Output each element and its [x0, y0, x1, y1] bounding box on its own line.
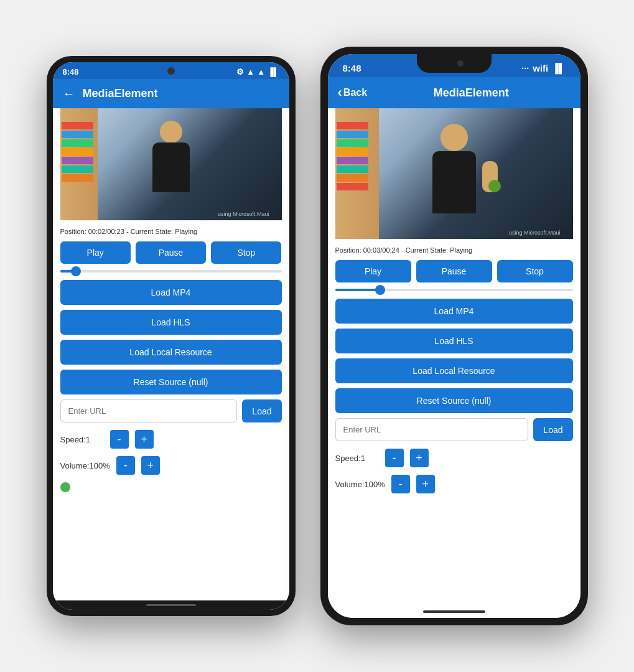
- ios-speed-plus-button[interactable]: +: [410, 449, 429, 467]
- ios-speed-minus-button[interactable]: -: [385, 449, 404, 467]
- android-indicator-dot: [60, 482, 70, 492]
- android-wifi-icon: ▲: [257, 67, 265, 77]
- android-status-icons: ⚙ ▲ ▲ ▐▌: [236, 67, 279, 77]
- android-progress-slider[interactable]: [60, 270, 282, 273]
- android-volume-minus-button[interactable]: -: [116, 456, 135, 475]
- android-signal-icon: ▲: [246, 67, 254, 77]
- ios-app-content: using Microsoft.Maui Position: 00:03/00:…: [328, 108, 580, 605]
- ios-ellipsis-icon: ···: [521, 63, 529, 73]
- android-speed-row: Speed:1 - +: [60, 430, 282, 449]
- ios-video-player: using Microsoft.Maui: [335, 108, 573, 239]
- ios-time: 8:48: [343, 63, 361, 73]
- ios-url-row: Load: [335, 418, 573, 441]
- ios-load-mp4-button[interactable]: Load MP4: [335, 299, 573, 324]
- ios-progress-slider[interactable]: [335, 289, 573, 291]
- ios-slider-thumb[interactable]: [375, 285, 385, 295]
- android-books: [60, 121, 95, 183]
- ios-device: 8:48 ··· wifi ▐▌ ‹ Back MediaElement: [320, 47, 588, 625]
- ios-battery-icon: ▐▌: [552, 63, 565, 73]
- android-video-player: using Microsoft.Maui: [60, 108, 282, 220]
- ios-reset-source-button[interactable]: Reset Source (null): [335, 388, 573, 413]
- ios-url-input[interactable]: [335, 418, 529, 441]
- android-speed-plus-button[interactable]: +: [135, 430, 154, 449]
- ios-load-local-button[interactable]: Load Local Resource: [335, 358, 573, 383]
- android-time: 8:48: [63, 67, 79, 77]
- ios-video-watermark: using Microsoft.Maui: [509, 230, 561, 236]
- ios-volume-minus-button[interactable]: -: [391, 475, 410, 493]
- page-container: 8:48 ⚙ ▲ ▲ ▐▌ ← MediaElement: [22, 22, 613, 650]
- ios-back-chevron: ‹: [338, 85, 342, 101]
- ios-controls-row: Play Pause Stop: [335, 260, 573, 282]
- ios-app-title: MediaElement: [372, 86, 570, 100]
- android-load-hls-button[interactable]: Load HLS: [60, 310, 282, 335]
- ios-volume-row: Volume:100% - +: [335, 475, 573, 493]
- android-app-title: MediaElement: [83, 87, 158, 100]
- ios-pause-button[interactable]: Pause: [416, 260, 492, 282]
- ios-stop-button[interactable]: Stop: [497, 260, 573, 282]
- android-speed-minus-button[interactable]: -: [110, 430, 129, 449]
- android-load-local-button[interactable]: Load Local Resource: [60, 340, 282, 365]
- android-volume-label: Volume:100%: [60, 461, 110, 470]
- android-battery-icon: ▐▌: [268, 67, 279, 77]
- ios-video-bookshelf: [335, 108, 379, 239]
- ios-wifi-icon: wifi: [533, 63, 548, 73]
- ios-load-hls-button[interactable]: Load HLS: [335, 329, 573, 353]
- ios-status-icons: ··· wifi ▐▌: [521, 63, 566, 73]
- ios-video-person-head: [441, 124, 468, 151]
- android-app-content: using Microsoft.Maui Position: 00:02/00:…: [53, 108, 289, 600]
- android-settings-icon: ⚙: [236, 67, 244, 77]
- android-device: 8:48 ⚙ ▲ ▲ ▐▌ ← MediaElement: [47, 56, 296, 616]
- ios-position-text: Position: 00:03/00:24 - Current State: P…: [335, 244, 573, 254]
- android-stop-button[interactable]: Stop: [211, 241, 281, 264]
- ios-app-header: ‹ Back MediaElement: [328, 77, 580, 108]
- android-app-header: ← MediaElement: [53, 79, 289, 108]
- ios-volume-plus-button[interactable]: +: [416, 475, 435, 493]
- android-url-row: Load: [60, 399, 282, 422]
- android-screen: 8:48 ⚙ ▲ ▲ ▐▌ ← MediaElement: [53, 62, 289, 610]
- ios-notch: [417, 54, 492, 73]
- android-position-text: Position: 00:02/00:23 - Current State: P…: [60, 225, 282, 235]
- ios-home-bar: [423, 610, 485, 613]
- android-video-bookshelf: [60, 108, 98, 220]
- android-url-input[interactable]: [60, 399, 238, 422]
- android-back-button[interactable]: ←: [63, 86, 75, 101]
- android-video-person-head: [160, 121, 182, 143]
- android-video-person-body: [152, 142, 190, 192]
- ios-play-button[interactable]: Play: [335, 260, 411, 282]
- android-volume-plus-button[interactable]: +: [141, 456, 160, 475]
- android-video-watermark: using Microsoft.Maui: [218, 211, 269, 217]
- android-home-bar-container: [53, 600, 289, 610]
- android-controls-row: Play Pause Stop: [60, 241, 282, 264]
- android-reset-source-button[interactable]: Reset Source (null): [60, 370, 282, 394]
- android-volume-row: Volume:100% - +: [60, 456, 282, 475]
- ios-video-person-body: [432, 151, 476, 213]
- ios-speed-row: Speed:1 - +: [335, 449, 573, 467]
- ios-camera: [457, 60, 464, 67]
- ios-screen: 8:48 ··· wifi ▐▌ ‹ Back MediaElement: [328, 54, 580, 618]
- android-home-bar: [146, 604, 196, 606]
- ios-speed-label: Speed:1: [335, 454, 379, 463]
- android-camera: [167, 67, 175, 75]
- android-load-url-button[interactable]: Load: [242, 399, 281, 422]
- ios-video-apple: [488, 180, 501, 192]
- android-load-mp4-button[interactable]: Load MP4: [60, 280, 282, 305]
- android-play-button[interactable]: Play: [60, 241, 131, 264]
- ios-home-indicator: [328, 605, 580, 618]
- ios-volume-label: Volume:100%: [335, 480, 385, 489]
- ios-books: [335, 121, 370, 192]
- android-slider-thumb[interactable]: [71, 266, 81, 276]
- android-slider-container: [60, 270, 282, 273]
- android-pause-button[interactable]: Pause: [136, 241, 206, 264]
- ios-slider-container: [335, 289, 573, 291]
- ios-back-button[interactable]: Back: [343, 87, 367, 98]
- android-speed-label: Speed:1: [60, 435, 104, 444]
- ios-load-url-button[interactable]: Load: [533, 418, 572, 441]
